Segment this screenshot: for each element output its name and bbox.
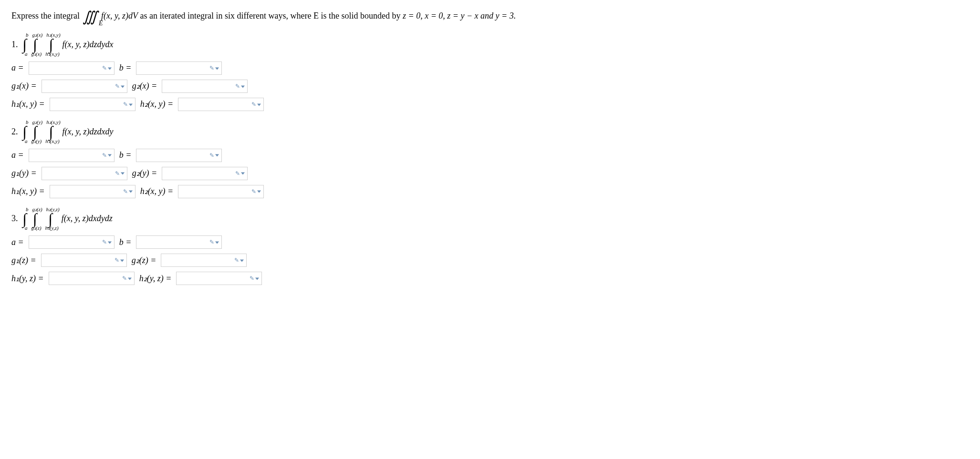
part-number: 1. <box>11 39 22 51</box>
p3-g1-input-wrap: ✎ <box>41 254 127 267</box>
prompt-bounds: z = 0, x = 0, z = y − x and y = 3. <box>403 11 516 20</box>
p2-h2-input[interactable] <box>178 185 264 198</box>
p1-h1-input[interactable] <box>50 98 136 111</box>
lower-limit: g₁(y) <box>31 139 42 144</box>
p1-a-label: a = <box>11 62 24 74</box>
part-header: 3.b∫ag₂(z)∫g₁(z)h₂(y,z)∫h₁(y,z)f(x, y, z… <box>11 207 969 231</box>
p3-h1-label: h₁(y, z) = <box>11 273 44 285</box>
integral-3: h₂(x,y)∫h₁(x,y) <box>42 32 59 57</box>
part-header: 2.b∫ag₂(y)∫g₁(y)h₂(x,y)∫h₁(x,y)f(x, y, z… <box>11 120 969 144</box>
integral-sign-icon: ∫ <box>22 212 27 226</box>
p2-b-input[interactable] <box>136 149 222 162</box>
lower-limit: a <box>25 51 28 57</box>
prompt-before: Express the integral <box>11 11 82 20</box>
p1-b-input[interactable] <box>136 61 222 75</box>
p1-g2-label: g₂(x) = <box>132 80 157 92</box>
p2-g1-input-wrap: ✎ <box>42 167 127 180</box>
integral-sign-icon: ∫ <box>49 125 53 139</box>
integrand: f(x, y, z)dzdxdy <box>63 126 114 138</box>
p3-b-label: b = <box>119 236 132 248</box>
p3-g1-input[interactable] <box>41 254 127 267</box>
region-E: E <box>99 20 103 27</box>
integral-2: g₂(z)∫g₁(z) <box>29 207 42 231</box>
input-row: h₁(y, z) =✎h₂(y, z) =✎ <box>11 272 969 285</box>
integral-1: b∫a <box>22 207 28 231</box>
integral-expression: b∫ag₂(x)∫g₁(x)h₂(x,y)∫h₁(x,y)f(x, y, z)d… <box>22 32 114 57</box>
integral-expression: b∫ag₂(z)∫g₁(z)h₂(y,z)∫h₁(y,z)f(x, y, z)d… <box>22 207 113 231</box>
p1-h2-label: h₂(x, y) = <box>140 98 174 110</box>
triple-integral-symbol: ∭E <box>83 10 98 24</box>
p2-a-label: a = <box>11 149 24 161</box>
lower-limit: g₁(z) <box>31 225 42 231</box>
p3-a-input-wrap: ✎ <box>29 235 115 249</box>
p3-h1-input[interactable] <box>49 272 135 285</box>
part-number: 3. <box>11 213 22 224</box>
p3-h2-label: h₂(y, z) = <box>139 273 172 285</box>
p3-g2-label: g₂(z) = <box>132 255 156 266</box>
integral-3: h₂(y,z)∫h₁(y,z) <box>42 207 59 231</box>
p1-g2-input-wrap: ✎ <box>162 80 248 93</box>
p3-b-input-wrap: ✎ <box>136 235 222 249</box>
input-row: g₁(x) =✎g₂(x) =✎ <box>11 80 969 93</box>
integral-2: g₂(y)∫g₁(y) <box>29 120 42 144</box>
input-row: a =✎b =✎ <box>11 61 969 75</box>
p3-b-input[interactable] <box>136 235 222 249</box>
p3-h2-input[interactable] <box>176 272 262 285</box>
lower-limit: g₁(x) <box>31 51 42 57</box>
lower-limit: h₁(x,y) <box>45 51 59 57</box>
integral-sign-icon: ∫ <box>22 125 27 139</box>
p1-h1-label: h₁(x, y) = <box>11 98 45 110</box>
problem-part-1: 1.b∫ag₂(x)∫g₁(x)h₂(x,y)∫h₁(x,y)f(x, y, z… <box>11 32 969 111</box>
upper-limit: h₂(x,y) <box>46 32 60 38</box>
input-row: h₁(x, y) =✎h₂(x, y) =✎ <box>11 98 969 111</box>
integral-2: g₂(x)∫g₁(x) <box>29 32 42 57</box>
p3-g2-input[interactable] <box>161 254 247 267</box>
integrand: f(x, y, z)dzdydx <box>63 39 114 51</box>
p1-g2-input[interactable] <box>162 80 248 93</box>
p1-h2-input[interactable] <box>178 98 264 111</box>
integrand: f(x, y, z)dxdydz <box>62 213 113 224</box>
integral-expression: b∫ag₂(y)∫g₁(y)h₂(x,y)∫h₁(x,y)f(x, y, z)d… <box>22 120 114 144</box>
p1-b-input-wrap: ✎ <box>136 61 222 75</box>
p1-a-input[interactable] <box>29 61 115 75</box>
p3-h1-input-wrap: ✎ <box>49 272 135 285</box>
p2-b-input-wrap: ✎ <box>136 149 222 162</box>
p3-g1-label: g₁(z) = <box>11 255 36 266</box>
part-header: 1.b∫ag₂(x)∫g₁(x)h₂(x,y)∫h₁(x,y)f(x, y, z… <box>11 32 969 57</box>
p2-g2-input-wrap: ✎ <box>162 167 248 180</box>
p1-g1-input[interactable] <box>42 80 127 93</box>
integral-sign-icon: ∫ <box>33 38 37 51</box>
lower-limit: a <box>25 139 28 144</box>
p2-g1-input[interactable] <box>42 167 127 180</box>
p3-a-label: a = <box>11 236 24 248</box>
p2-a-input-wrap: ✎ <box>29 149 115 162</box>
integral-1: b∫a <box>22 120 28 144</box>
input-row: a =✎b =✎ <box>11 149 969 162</box>
integral-3: h₂(x,y)∫h₁(x,y) <box>42 120 59 144</box>
input-row: a =✎b =✎ <box>11 235 969 249</box>
part-number: 2. <box>11 126 22 138</box>
p2-h1-input-wrap: ✎ <box>50 185 136 198</box>
p1-b-label: b = <box>119 62 132 74</box>
question-prompt: Express the integral ∭E f(x, y, z)dV as … <box>11 10 969 24</box>
p3-h2-input-wrap: ✎ <box>176 272 262 285</box>
p2-g2-input[interactable] <box>162 167 248 180</box>
integral-sign-icon: ∫ <box>33 212 37 226</box>
integral-1: b∫a <box>22 32 28 57</box>
p1-a-input-wrap: ✎ <box>29 61 115 75</box>
p1-h1-input-wrap: ✎ <box>50 98 136 111</box>
p2-h1-input[interactable] <box>50 185 136 198</box>
lower-limit: h₁(x,y) <box>45 139 59 144</box>
prompt-integrand: f(x, y, z)dV <box>101 11 138 20</box>
p2-g1-label: g₁(y) = <box>11 167 37 179</box>
problem-part-3: 3.b∫ag₂(z)∫g₁(z)h₂(y,z)∫h₁(y,z)f(x, y, z… <box>11 207 969 286</box>
integral-sign-icon: ∫ <box>33 125 37 139</box>
p1-h2-input-wrap: ✎ <box>178 98 264 111</box>
p1-g1-label: g₁(x) = <box>11 80 37 92</box>
p2-a-input[interactable] <box>29 149 115 162</box>
p3-g2-input-wrap: ✎ <box>161 254 247 267</box>
p3-a-input[interactable] <box>29 235 115 249</box>
p2-g2-label: g₂(y) = <box>132 167 157 179</box>
p2-h2-input-wrap: ✎ <box>178 185 264 198</box>
upper-limit: h₂(x,y) <box>46 120 60 125</box>
